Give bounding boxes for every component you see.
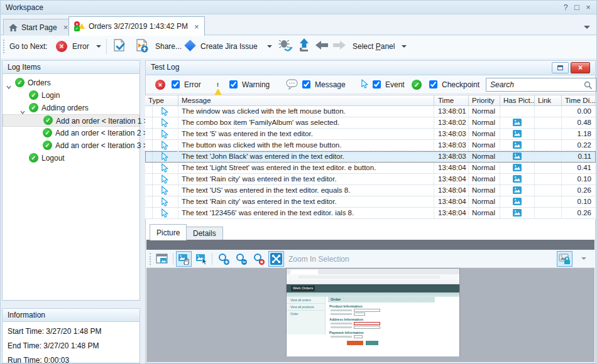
captured-screenshot-thumbnail[interactable]: Web Orders View all orders View all prod… <box>286 268 460 356</box>
help-button[interactable]: ? <box>560 3 571 12</box>
tab-start-page[interactable]: Start Page × <box>3 19 74 35</box>
filter-checkbox-checkpoint[interactable] <box>429 80 437 88</box>
column-header-link[interactable]: Link <box>535 95 562 105</box>
zoom-out-button[interactable] <box>233 251 249 267</box>
close-panel-button[interactable]: × <box>571 62 590 73</box>
open-picture-window-button[interactable] <box>154 251 170 267</box>
picture-cursor-icon <box>195 254 208 265</box>
maximize-button[interactable]: □ <box>571 3 583 12</box>
tree-item-iteration-3[interactable]: ✓ Add an order < Iteration 3 > <box>3 139 140 152</box>
search-input[interactable] <box>486 78 596 91</box>
go-to-next-dropdown-icon[interactable] <box>96 45 101 48</box>
checkpoint-filter-icon: ✓ <box>412 80 422 90</box>
tab-details[interactable]: Details <box>186 227 223 240</box>
tab-orders-log[interactable]: ×✓ Orders 3/27/2019 1:43:42 PM × <box>68 16 205 36</box>
tab-close-icon[interactable]: × <box>63 23 68 32</box>
cell-message: The button was clicked with the left mou… <box>178 140 434 151</box>
table-row[interactable]: The text '5' was entered in the text edi… <box>145 129 596 140</box>
picture-icon[interactable] <box>513 209 522 218</box>
table-row[interactable]: The text 'US' was entered in the text ed… <box>145 185 596 196</box>
filter-label-checkpoint: Checkpoint <box>442 80 479 89</box>
cell-priority: Normal <box>469 106 500 117</box>
cell-message: The text 'Rain city' was entered in the … <box>178 174 434 185</box>
create-jira-label[interactable]: Create Jira Issue <box>200 42 258 51</box>
zoom-in-button[interactable] <box>216 251 231 267</box>
table-row[interactable]: The combo box item 'FamilyAlbum' was sel… <box>145 117 596 129</box>
tree-item-iteration-1[interactable]: ✓ Add an order < Iteration 1 > <box>3 114 140 127</box>
tab-close-icon[interactable]: × <box>194 22 199 31</box>
zoom-reset-button[interactable] <box>251 251 266 267</box>
tree-item-orders[interactable]: ✓ Orders <box>3 77 140 89</box>
select-panel-dropdown-icon[interactable] <box>402 45 407 48</box>
toolbar-grip[interactable] <box>3 40 4 53</box>
error-next-icon: × <box>56 41 67 52</box>
lock-picture-button[interactable] <box>557 251 572 267</box>
picture-icon[interactable] <box>513 130 522 139</box>
cell-message: The text 'US' was entered in the text ed… <box>178 185 434 196</box>
filter-checkbox-error[interactable] <box>172 80 180 88</box>
select-tool-button[interactable] <box>194 251 209 267</box>
share-results-button[interactable] <box>134 38 150 54</box>
table-row[interactable]: The window was clicked with the left mou… <box>145 106 596 117</box>
left-arrow-icon <box>315 40 329 50</box>
tree-item-iteration-2[interactable]: ✓ Add an order < Iteration 2 > <box>3 127 140 139</box>
report-bug-button[interactable] <box>278 39 293 53</box>
close-button[interactable]: × <box>583 3 594 12</box>
table-row[interactable]: The text 'Light Street' was entered in t… <box>145 163 596 174</box>
column-header-has-picture[interactable]: Has Pict... <box>500 95 535 105</box>
filter-checkbox-event[interactable] <box>373 80 381 88</box>
back-button[interactable] <box>315 40 329 50</box>
column-header-time[interactable]: Time <box>434 95 469 105</box>
picture-icon[interactable] <box>513 198 522 207</box>
create-jira-dropdown-icon[interactable] <box>267 45 272 48</box>
tab-list-chevron-icon[interactable] <box>584 26 590 29</box>
mouse-action-icon <box>160 174 168 185</box>
table-row-selected[interactable]: The text 'John Black' was entered in the… <box>145 151 596 163</box>
go-up-button[interactable] <box>298 38 310 53</box>
picture-icon[interactable] <box>513 186 522 196</box>
process-button-thumb <box>347 341 363 345</box>
go-to-next-type[interactable]: Error <box>72 42 89 51</box>
table-row[interactable]: The text 'Rain city' was entered in the … <box>145 174 596 185</box>
column-header-message[interactable]: Message <box>178 95 434 105</box>
filter-checkbox-message[interactable] <box>302 80 310 88</box>
zoom-in-selection-button[interactable] <box>268 251 284 267</box>
cell-time-diff: 0.26 <box>562 185 596 196</box>
tree-item-login[interactable]: ✓ Login <box>3 89 140 102</box>
picture-icon[interactable] <box>513 175 522 185</box>
test-log-header: Test Log × <box>145 60 596 75</box>
information-panel: Information Start Time: 3/27/20 1:48 PM … <box>2 308 140 363</box>
picture-icon[interactable] <box>513 119 522 128</box>
table-row[interactable]: The button was clicked with the left mou… <box>145 140 596 151</box>
tree-item-adding-orders[interactable]: ✓ Adding orders <box>3 102 140 114</box>
forward-button[interactable] <box>332 40 346 50</box>
export-results-button[interactable] <box>111 38 128 54</box>
column-header-priority[interactable]: Priority <box>469 95 500 105</box>
toolbar-grip[interactable] <box>150 253 151 265</box>
picture-icon[interactable] <box>513 153 522 162</box>
filter-checkbox-warning[interactable] <box>229 80 238 88</box>
tree-item-logout[interactable]: ✓ Logout <box>3 152 140 164</box>
error-filter-icon: × <box>155 80 165 90</box>
picture-toolbar-dropdown-icon[interactable] <box>581 257 586 260</box>
column-header-time-diff[interactable]: Time Di... <box>562 95 596 105</box>
select-panel-label[interactable]: Select Panel <box>353 42 395 51</box>
tab-picture[interactable]: Picture <box>150 224 187 240</box>
picture-icon[interactable] <box>513 164 522 173</box>
zoom-selection-label: Zoom In Selection <box>288 255 349 264</box>
expander-icon[interactable] <box>20 106 25 111</box>
pan-tool-button[interactable] <box>176 251 192 267</box>
cell-time-diff: 0.00 <box>562 106 596 117</box>
success-check-icon: ✓ <box>43 128 52 137</box>
log-toolbar: Go to Next: × Error Share... Create Jira… <box>1 36 596 58</box>
restore-panel-button[interactable] <box>552 62 569 73</box>
window-titlebar: Workspace ? □ × <box>1 1 596 14</box>
table-row[interactable]: The text '123456' was entered in the tex… <box>145 208 596 219</box>
table-row[interactable]: The text 'Rain city' was entered in the … <box>145 196 596 208</box>
share-label[interactable]: Share... <box>155 42 182 51</box>
expander-icon[interactable] <box>6 81 11 86</box>
picture-icon[interactable] <box>513 141 522 151</box>
column-header-type[interactable]: Type <box>145 95 178 105</box>
mouse-action-icon <box>160 141 168 151</box>
picture-view-area[interactable]: Web Orders View all orders View all prod… <box>146 268 594 362</box>
